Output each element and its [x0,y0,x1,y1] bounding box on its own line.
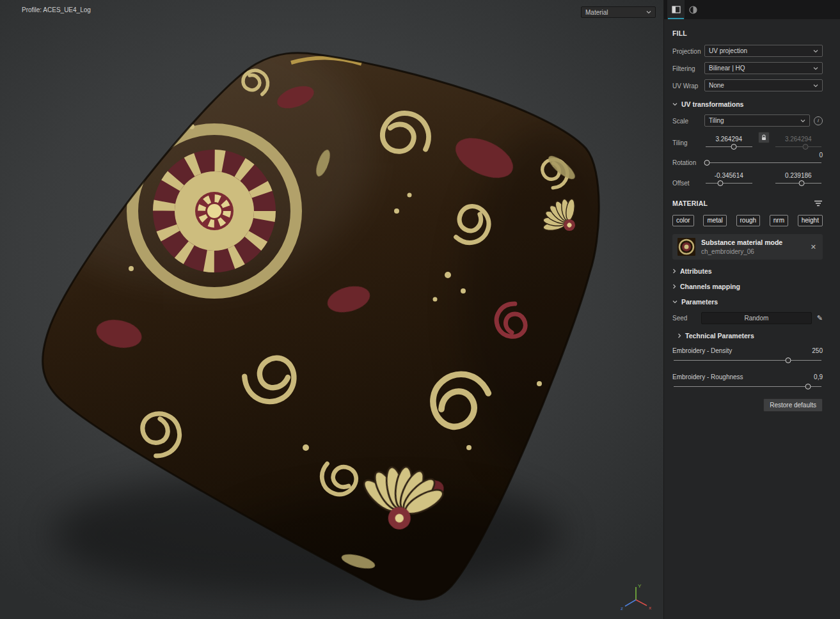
properties-icon [672,6,681,13]
channel-nrm-button[interactable]: nrm [770,215,788,226]
roughness-param: Embroidery - Roughness 0,9 [672,373,823,392]
channel-rough-button[interactable]: rough [736,215,761,226]
shading-mode-select[interactable]: Material [581,6,656,18]
chevron-down-icon [672,300,678,304]
slider-track [706,162,821,163]
channel-metal-button[interactable]: metal [703,215,726,226]
rotation-slider[interactable] [704,159,823,167]
tiling-x-value: 3.264294 [704,136,754,143]
pillow-render [0,0,663,619]
rotation-value: 0 [704,152,823,159]
filtering-label: Filtering [672,65,704,72]
app-window: Profile: ACES_UE4_Log Material Y z x [0,0,840,619]
color-profile-label: Profile: ACES_UE4_Log [22,6,91,13]
slider-handle[interactable] [799,180,805,186]
tiling-label: Tiling [672,132,704,146]
properties-panel: FILL Projection UV projection Filtering … [663,0,840,619]
material-section-title: MATERIAL [672,200,708,207]
panel-tabbar [664,0,840,19]
tab-properties[interactable] [667,0,685,19]
axis-x-label: x [649,605,651,611]
attributes-header[interactable]: Attributes [672,267,823,275]
filtering-select[interactable]: Bilinear | HQ [704,62,823,74]
chevron-down-icon [672,102,678,106]
info-icon[interactable]: i [814,116,823,125]
projection-row: Projection UV projection [672,45,823,57]
restore-defaults-button[interactable]: Restore defaults [763,398,823,412]
chevron-down-icon [800,119,805,123]
uv-wrap-select[interactable]: None [704,79,823,91]
axis-y-label: Y [638,583,642,589]
technical-parameters-header[interactable]: Technical Parameters [678,332,823,340]
filtering-value: Bilinear | HQ [709,65,745,72]
rotation-label: Rotation [672,152,704,166]
density-slider[interactable] [672,357,823,366]
uv-wrap-row: UV Wrap None [672,79,823,91]
seed-value-field[interactable]: Random [701,312,812,324]
tiling-lock-button[interactable] [758,132,770,143]
channel-color-button[interactable]: color [672,215,694,226]
slider-handle[interactable] [785,357,791,363]
density-label: Embroidery - Density [672,347,732,355]
uv-wrap-value: None [709,82,724,89]
projection-select[interactable]: UV projection [704,45,823,57]
roughness-slider[interactable] [672,383,823,392]
material-card-title: Substance material mode [701,239,804,246]
roughness-label: Embroidery - Roughness [672,373,743,381]
slider-handle[interactable] [704,160,709,166]
slider-track [674,360,821,361]
rotation-row: Rotation 0 [672,152,823,167]
parameters-header[interactable]: Parameters [672,298,823,306]
density-value: 250 [812,347,823,355]
roughness-value: 0,9 [814,373,823,381]
material-thumbnail [678,238,695,256]
channels-mapping-header[interactable]: Channels mapping [672,283,823,290]
chevron-down-icon [646,10,651,14]
restore-row: Restore defaults [672,398,823,412]
slider-track [706,146,752,147]
chevron-down-icon [813,49,818,53]
scale-select[interactable]: Tiling [704,114,810,127]
offset-row: Offset -0.345614 0.239186 [672,172,823,187]
material-header: MATERIAL [672,200,823,207]
scale-label: Scale [672,117,704,125]
slider-handle[interactable] [718,180,724,186]
edit-pencil-icon[interactable]: ✎ [817,314,823,322]
axis-x-line [636,600,647,606]
viewport-3d[interactable]: Profile: ACES_UE4_Log Material Y z x [0,0,663,619]
uv-transformations-header[interactable]: UV transformations [672,100,823,108]
channel-height-button[interactable]: height [798,215,823,226]
scale-value: Tiling [709,117,724,124]
chevron-right-icon [672,284,676,289]
lock-icon [761,134,767,141]
attributes-title: Attributes [680,267,712,275]
density-param: Embroidery - Density 250 [672,347,823,366]
uv-transformations-title: UV transformations [681,100,743,108]
filter-icon[interactable] [814,200,823,207]
scale-row: Scale Tiling i [672,114,823,127]
axis-gizmo[interactable]: Y z x [619,582,654,614]
axis-z-label: z [621,606,623,611]
slider-handle[interactable] [805,384,811,389]
channel-buttons: color metal rough nrm height [672,215,823,226]
fill-section-title: FILL [672,29,823,37]
slider-handle[interactable] [731,144,736,150]
parameters-title: Parameters [681,298,718,306]
material-card[interactable]: Substance material mode ch_embroidery_06… [672,234,823,260]
offset-label: Offset [672,172,704,187]
projection-label: Projection [672,47,704,55]
close-icon[interactable]: ✕ [809,242,818,253]
slider-track [706,183,752,184]
projection-value: UV projection [709,47,747,54]
tab-material-sphere[interactable] [685,0,702,19]
seed-label: Seed [672,315,701,322]
chevron-right-icon [678,333,681,338]
offset-x-value: -0.345614 [704,172,754,180]
panel-body: FILL Projection UV projection Filtering … [664,19,840,412]
material-card-subtitle: ch_embroidery_06 [701,248,804,255]
seed-value: Random [744,315,768,322]
chevron-right-icon [672,269,676,274]
offset-y-value: 0.239186 [774,172,823,180]
slider-handle[interactable] [803,144,809,150]
chevron-down-icon [813,84,818,88]
